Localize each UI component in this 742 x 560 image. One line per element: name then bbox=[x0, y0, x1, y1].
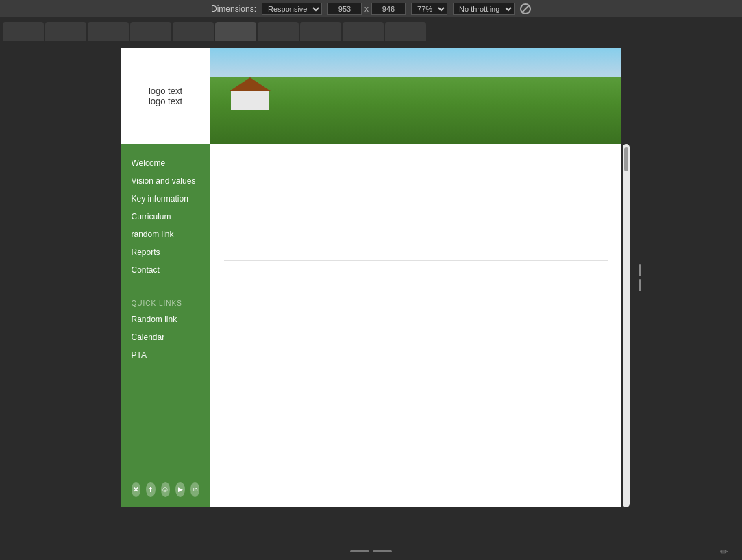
quick-link-pta[interactable]: PTA bbox=[121, 346, 210, 364]
block-requests-icon[interactable] bbox=[520, 3, 531, 14]
sidebar-item-vision[interactable]: Vision and values bbox=[121, 172, 210, 190]
drag-handle-line-2 bbox=[639, 279, 641, 291]
sidebar-nav: Welcome Vision and values Key informatio… bbox=[121, 144, 210, 289]
drag-handle[interactable] bbox=[639, 264, 641, 291]
content-area-main bbox=[224, 275, 608, 480]
tab-item[interactable] bbox=[3, 22, 44, 41]
tab-item-3[interactable] bbox=[88, 22, 129, 41]
site-body: Welcome Vision and values Key informatio… bbox=[121, 144, 621, 507]
scrollbar-track[interactable] bbox=[623, 144, 630, 507]
sidebar-item-curriculum[interactable]: Curriculum bbox=[121, 208, 210, 226]
responsive-select[interactable]: Responsive bbox=[262, 3, 322, 15]
site-sidebar: Welcome Vision and values Key informatio… bbox=[121, 144, 210, 507]
tab-item-9[interactable] bbox=[343, 22, 384, 41]
bottom-bar: ✏ bbox=[0, 543, 742, 560]
site-logo: logo text logo text bbox=[121, 48, 210, 144]
content-divider bbox=[224, 260, 608, 261]
sidebar-footer: ✕ f ◎ ▶ in bbox=[121, 472, 210, 507]
dimensions-inputs: 953 x 946 bbox=[327, 3, 406, 15]
youtube-icon[interactable]: ▶ bbox=[175, 482, 185, 497]
content-area-top bbox=[224, 158, 608, 247]
separator: x bbox=[364, 4, 369, 14]
logo-line1: logo text bbox=[149, 86, 182, 96]
site-wrapper: logo text logo text bbox=[121, 48, 621, 507]
tab-item-2[interactable] bbox=[45, 22, 86, 41]
sidebar-item-welcome[interactable]: Welcome bbox=[121, 154, 210, 172]
linkedin-icon[interactable]: in bbox=[190, 482, 200, 497]
instagram-icon[interactable]: ◎ bbox=[161, 482, 171, 497]
browser-tab-bar bbox=[0, 17, 742, 41]
tab-item-5[interactable] bbox=[173, 22, 214, 41]
twitter-icon[interactable]: ✕ bbox=[132, 482, 141, 497]
zoom-select[interactable]: 77% bbox=[411, 3, 447, 15]
scrollbar-thumb[interactable] bbox=[624, 147, 628, 171]
house-body bbox=[231, 91, 269, 110]
pen-icon[interactable]: ✏ bbox=[720, 546, 728, 557]
tab-item-10[interactable] bbox=[385, 22, 426, 41]
dimensions-label: Dimensions: bbox=[211, 4, 256, 14]
site-header: logo text logo text bbox=[121, 48, 621, 144]
quick-link-random[interactable]: Random link bbox=[121, 311, 210, 328]
bottom-handle-line-2 bbox=[373, 550, 392, 552]
facebook-icon[interactable]: f bbox=[146, 482, 156, 497]
browser-viewport: logo text logo text bbox=[0, 41, 742, 514]
site-hero-image bbox=[210, 48, 621, 144]
sidebar-item-contact[interactable]: Contact bbox=[121, 261, 210, 279]
sidebar-item-key-information[interactable]: Key information bbox=[121, 190, 210, 208]
hero-background bbox=[210, 48, 621, 144]
throttle-select[interactable]: No throttling bbox=[453, 3, 515, 15]
sidebar-item-random[interactable]: random link bbox=[121, 226, 210, 243]
quick-links-label: QUICK LINKS bbox=[121, 289, 210, 311]
site-frame: logo text logo text bbox=[121, 48, 621, 507]
tab-item-8[interactable] bbox=[300, 22, 341, 41]
height-input[interactable]: 946 bbox=[371, 3, 406, 15]
quick-links-nav: Random link Calendar PTA bbox=[121, 311, 210, 364]
hero-hills bbox=[210, 77, 621, 144]
quick-link-calendar[interactable]: Calendar bbox=[121, 328, 210, 346]
sidebar-item-reports[interactable]: Reports bbox=[121, 243, 210, 261]
tab-item-7[interactable] bbox=[258, 22, 299, 41]
site-main-content bbox=[210, 144, 621, 507]
width-input[interactable]: 953 bbox=[327, 3, 362, 15]
tab-item-4[interactable] bbox=[130, 22, 171, 41]
drag-handle-line-1 bbox=[639, 264, 641, 276]
browser-toolbar: Dimensions: Responsive 953 x 946 77% No … bbox=[0, 0, 742, 17]
bottom-handle-line bbox=[350, 550, 369, 552]
tab-item-active[interactable] bbox=[215, 22, 256, 41]
bottom-handle[interactable] bbox=[350, 550, 392, 552]
hero-house bbox=[231, 80, 272, 110]
logo-line2: logo text bbox=[149, 96, 182, 106]
house-roof bbox=[230, 77, 271, 91]
